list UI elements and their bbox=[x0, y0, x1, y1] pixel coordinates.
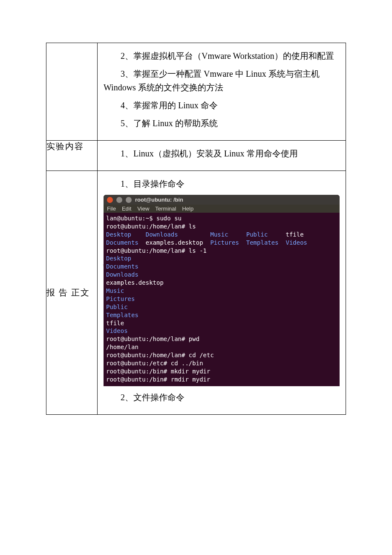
terminal-text: tfile bbox=[106, 320, 124, 327]
terminal-line: /home/lan bbox=[106, 343, 337, 351]
terminal-text: Pictures bbox=[106, 295, 135, 302]
row1-content: 2、掌握虚拟机平台（Vmware Workstation）的使用和配置 3、掌握… bbox=[98, 43, 346, 140]
row1-label bbox=[46, 43, 98, 141]
terminal-line: Documents examples.desktop Pictures Temp… bbox=[106, 239, 337, 247]
terminal-text: Videos bbox=[106, 327, 128, 334]
terminal-text: Music bbox=[106, 287, 124, 294]
terminal-line: Documents bbox=[106, 263, 337, 271]
terminal-line: examples.desktop bbox=[106, 279, 337, 287]
minimize-icon[interactable] bbox=[116, 197, 122, 203]
terminal-text bbox=[178, 231, 210, 238]
objective-5: 5、了解 Linux 的帮助系统 bbox=[104, 116, 340, 130]
terminal-line: root@ubuntu:/bin# rmdir mydir bbox=[106, 376, 337, 384]
row3-label: 报 告 正文 bbox=[46, 171, 98, 415]
terminal-text: Pictures bbox=[210, 239, 239, 246]
terminal-line: Public bbox=[106, 303, 337, 311]
terminal-line: Desktop Downloads Music Public tfile bbox=[106, 231, 337, 239]
terminal-text: root@ubuntu:/home/lan# ls -1 bbox=[106, 247, 207, 254]
terminal-text: Music bbox=[210, 231, 228, 238]
objective-4: 4、掌握常用的 Linux 命令 bbox=[104, 98, 340, 112]
menu-file[interactable]: File bbox=[107, 205, 116, 212]
terminal-text: Documents bbox=[106, 239, 138, 246]
menu-view[interactable]: View bbox=[137, 205, 149, 212]
terminal-line: root@ubuntu:/home/lan# cd /etc bbox=[106, 351, 337, 359]
terminal-line: root@ubuntu:/bin# mkdir mydir bbox=[106, 367, 337, 376]
table-row: 报 告 正文 1、目录操作命令 root@ubuntu: /bin File E… bbox=[46, 171, 346, 415]
terminal-text: root@ubuntu:/bin# mkdir mydir bbox=[106, 368, 210, 375]
menu-help[interactable]: Help bbox=[182, 205, 193, 212]
terminal-line: Templates bbox=[106, 311, 337, 319]
terminal-line: root@ubuntu:/home/lan# ls bbox=[106, 223, 337, 231]
terminal-text: root@ubuntu:/etc# cd ../bin bbox=[106, 360, 203, 367]
row2-content: 1、Linux（虚拟机）安装及 Linux 常用命令使用 bbox=[98, 141, 346, 171]
terminal-line: lan@ubuntu:~$ sudo su bbox=[106, 214, 337, 223]
terminal-text: root@ubuntu:/home/lan# ls bbox=[106, 223, 196, 230]
close-icon[interactable] bbox=[107, 197, 113, 203]
objective-3: 3、掌握至少一种配置 Vmware 中 Linux 系统与宿主机 Windows… bbox=[104, 67, 340, 94]
menu-edit[interactable]: Edit bbox=[122, 205, 131, 212]
terminal-text: examples.desktop bbox=[146, 239, 203, 246]
terminal-text: root@ubuntu:/home/lan# pwd bbox=[106, 335, 199, 342]
terminal-titlebar: root@ubuntu: /bin bbox=[104, 195, 340, 205]
terminal-line: Desktop bbox=[106, 254, 337, 263]
row2-label: 实验内容 bbox=[46, 141, 98, 171]
experiment-content-1: 1、Linux（虚拟机）安装及 Linux 常用命令使用 bbox=[104, 147, 340, 160]
terminal-line: Pictures bbox=[106, 295, 337, 303]
terminal-text bbox=[268, 231, 285, 238]
terminal-text: tfile bbox=[286, 231, 304, 238]
terminal-line: Downloads bbox=[106, 271, 337, 279]
terminal-text: Public bbox=[246, 231, 268, 238]
terminal-text bbox=[131, 231, 146, 238]
terminal-text: Public bbox=[106, 304, 128, 310]
terminal-title: root@ubuntu: /bin bbox=[135, 197, 183, 203]
menu-terminal[interactable]: Terminal bbox=[155, 205, 176, 212]
terminal-text bbox=[138, 239, 146, 246]
terminal-text bbox=[279, 239, 286, 246]
terminal-text: Desktop bbox=[106, 231, 131, 238]
report-section-2: 2、文件操作命令 bbox=[104, 390, 340, 404]
terminal-text: examples.desktop bbox=[106, 279, 164, 286]
terminal-text: Templates bbox=[106, 312, 138, 318]
terminal-line: root@ubuntu:/home/lan# pwd bbox=[106, 335, 337, 343]
terminal-line: Videos bbox=[106, 327, 337, 335]
maximize-icon[interactable] bbox=[126, 197, 132, 203]
terminal-line: root@ubuntu:/etc# cd ../bin bbox=[106, 359, 337, 367]
row3-content: 1、目录操作命令 root@ubuntu: /bin File Edit Vie… bbox=[98, 171, 346, 414]
terminal-line: tfile bbox=[106, 319, 337, 327]
terminal-window: root@ubuntu: /bin File Edit View Termina… bbox=[104, 195, 340, 386]
terminal-text: lan@ubuntu:~$ sudo su bbox=[106, 215, 182, 222]
terminal-text: Desktop bbox=[106, 255, 131, 262]
terminal-text bbox=[228, 231, 246, 238]
terminal-text: Downloads bbox=[146, 231, 178, 238]
terminal-text bbox=[203, 239, 210, 246]
table-row: 2、掌握虚拟机平台（Vmware Workstation）的使用和配置 3、掌握… bbox=[46, 43, 346, 141]
document-table: 2、掌握虚拟机平台（Vmware Workstation）的使用和配置 3、掌握… bbox=[46, 43, 346, 415]
terminal-text bbox=[239, 239, 246, 246]
terminal-text: Documents bbox=[106, 263, 138, 270]
terminal-text: /home/lan bbox=[106, 344, 138, 350]
terminal-line: root@ubuntu:/home/lan# ls -1 bbox=[106, 247, 337, 255]
terminal-text: Downloads bbox=[106, 271, 138, 278]
table-row: 实验内容 1、Linux（虚拟机）安装及 Linux 常用命令使用 bbox=[46, 141, 346, 171]
terminal-line: Music bbox=[106, 287, 337, 295]
objective-2: 2、掌握虚拟机平台（Vmware Workstation）的使用和配置 bbox=[104, 49, 340, 63]
report-section-1: 1、目录操作命令 bbox=[104, 177, 340, 191]
terminal-text: root@ubuntu:/home/lan# cd /etc bbox=[106, 352, 214, 358]
terminal-text: Videos bbox=[285, 239, 307, 246]
terminal-text: Templates bbox=[246, 239, 279, 246]
terminal-text: root@ubuntu:/bin# rmdir mydir bbox=[106, 376, 210, 383]
terminal-body: lan@ubuntu:~$ sudo suroot@ubuntu:/home/l… bbox=[104, 213, 340, 386]
terminal-menubar: File Edit View Terminal Help bbox=[104, 205, 340, 213]
